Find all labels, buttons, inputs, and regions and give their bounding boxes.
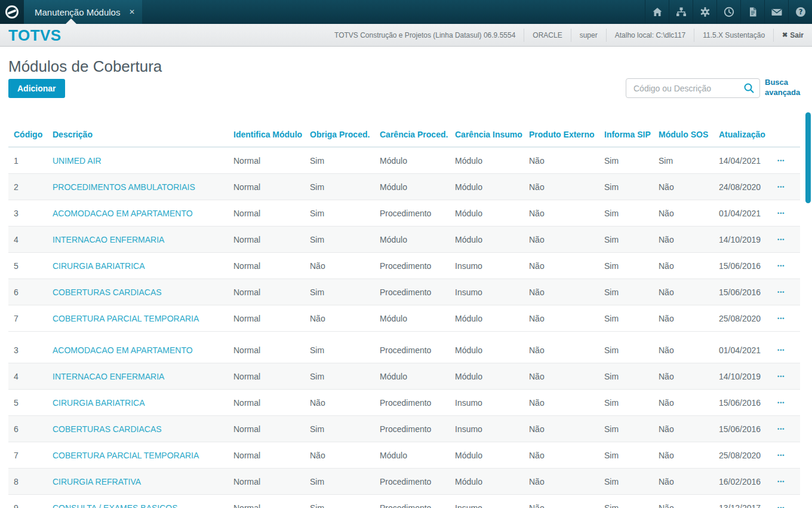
table-row: 6COBERTURAS CARDIACASNormalSimProcedimen… — [8, 279, 800, 305]
tab-manutencao-modulos[interactable]: Manutenção Módulos ✕ — [24, 0, 142, 24]
close-icon[interactable]: ✕ — [129, 8, 135, 16]
row-description-link[interactable]: CONSULTA / EXAMES BASICOS — [47, 503, 228, 508]
row-menu-button[interactable]: ••• — [775, 210, 800, 216]
column-header[interactable]: Código — [8, 130, 47, 139]
row-menu-button[interactable]: ••• — [775, 158, 800, 164]
row-menu-button[interactable]: ••• — [775, 347, 800, 353]
row-cell: 14/10/2019 — [713, 372, 775, 381]
row-cell: Sim — [304, 345, 374, 355]
row-menu-button[interactable]: ••• — [775, 505, 800, 508]
row-menu-button[interactable]: ••• — [775, 374, 800, 380]
active-tab-pointer — [66, 19, 76, 24]
row-cell: Normal — [228, 314, 304, 323]
row-menu-button[interactable]: ••• — [775, 184, 800, 190]
row-cell: Não — [653, 287, 713, 297]
help-icon[interactable]: ? — [788, 0, 812, 24]
row-cell: Procedimento — [374, 477, 450, 486]
top-bar: Manutenção Módulos ✕ ? — [0, 0, 812, 24]
row-cell: Não — [653, 314, 713, 323]
row-description-link[interactable]: UNIMED AIR — [47, 156, 228, 166]
row-cell: Normal — [228, 451, 304, 460]
row-cell: Sim — [304, 182, 374, 192]
row-cell: Sim — [304, 235, 374, 244]
column-header[interactable]: Obriga Proced. — [304, 130, 374, 139]
row-cell: Sim — [599, 287, 653, 297]
sitemap-icon[interactable] — [669, 0, 693, 24]
column-header[interactable]: Descrição — [47, 130, 228, 139]
row-cell: Módulo — [450, 477, 524, 486]
sair-button[interactable]: ✖Sair — [773, 29, 812, 42]
row-cell: 13/12/2017 — [713, 503, 775, 508]
table-row: 1UNIMED AIRNormalSimMóduloMóduloNãoSimSi… — [8, 148, 800, 174]
column-header[interactable]: Módulo SOS — [653, 130, 713, 139]
column-header[interactable]: Atualização — [713, 130, 775, 139]
row-description-link[interactable]: CIRURGIA REFRATIVA — [47, 477, 228, 486]
totvs-logo[interactable] — [0, 0, 24, 24]
row-cell: Não — [524, 372, 599, 381]
row-menu-button[interactable]: ••• — [775, 400, 800, 406]
row-menu-button[interactable]: ••• — [775, 237, 800, 243]
row-cell: Sim — [599, 424, 653, 434]
row-menu-button[interactable]: ••• — [775, 426, 800, 432]
env-info-item: Atalho local: C:\dlc117 — [606, 29, 694, 42]
row-description-link[interactable]: COBERTURAS CARDIACAS — [47, 424, 228, 434]
row-menu-button[interactable]: ••• — [775, 263, 800, 269]
document-icon[interactable] — [740, 0, 764, 24]
advanced-search-link[interactable]: Busca avançada — [765, 78, 807, 98]
row-cell: 4 — [8, 372, 47, 381]
mail-icon[interactable] — [764, 0, 788, 24]
row-cell: Normal — [228, 209, 304, 218]
row-description-link[interactable]: ACOMODACAO EM APARTAMENTO — [47, 345, 228, 355]
row-menu-button[interactable]: ••• — [775, 452, 800, 458]
table-row: 5CIRURGIA BARIATRICANormalNãoProcediment… — [8, 390, 800, 416]
row-cell: Insumo — [450, 503, 524, 508]
row-description-link[interactable]: CIRURGIA BARIATRICA — [47, 261, 228, 271]
row-description-link[interactable]: COBERTURAS CARDIACAS — [47, 287, 228, 297]
column-header[interactable]: Informa SIP — [599, 130, 653, 139]
vertical-scrollbar-thumb[interactable] — [805, 112, 811, 203]
row-description-link[interactable]: CIRURGIA BARIATRICA — [47, 398, 228, 408]
add-button[interactable]: Adicionar — [8, 79, 65, 98]
row-menu-button[interactable]: ••• — [775, 316, 800, 322]
row-description-link[interactable]: COBERTURA PARCIAL TEMPORARIA — [47, 451, 228, 460]
row-cell: Não — [524, 398, 599, 408]
column-header[interactable]: Produto Externo — [524, 130, 599, 139]
row-description-link[interactable]: PROCEDIMENTOS AMBULATORIAIS — [47, 182, 228, 192]
row-description-link[interactable]: COBERTURA PARCIAL TEMPORARIA — [47, 314, 228, 323]
gear-icon[interactable] — [693, 0, 716, 24]
row-description-link[interactable]: ACOMODACAO EM APARTAMENTO — [47, 209, 228, 218]
home-icon[interactable] — [645, 0, 669, 24]
column-header[interactable]: Carência Proced. — [374, 130, 450, 139]
exit-x-icon: ✖ — [782, 31, 788, 39]
row-cell: Não — [653, 235, 713, 244]
table-row: 7COBERTURA PARCIAL TEMPORARIANormalNãoMó… — [8, 442, 800, 469]
row-cell: 5 — [8, 261, 47, 271]
row-cell: Sim — [304, 372, 374, 381]
row-description-link[interactable]: INTERNACAO ENFERMARIA — [47, 372, 228, 381]
row-description-link[interactable]: INTERNACAO ENFERMARIA — [47, 235, 228, 244]
row-cell: Sim — [599, 261, 653, 271]
row-menu-button[interactable]: ••• — [775, 289, 800, 295]
row-cell: 15/06/2016 — [713, 398, 775, 408]
row-cell: Não — [304, 314, 374, 323]
row-cell: Não — [653, 477, 713, 486]
row-cell: Módulo — [374, 451, 450, 460]
search-input[interactable] — [626, 78, 760, 98]
env-info-item: super — [571, 29, 606, 42]
row-menu-button[interactable]: ••• — [775, 479, 800, 485]
row-cell: Sim — [599, 235, 653, 244]
tab-title: Manutenção Módulos — [35, 7, 124, 17]
row-cell: Módulo — [374, 372, 450, 381]
env-info-item: ORACLE — [524, 29, 570, 42]
search-icon[interactable] — [743, 82, 755, 96]
row-cell: 5 — [8, 398, 47, 408]
row-cell: Módulo — [450, 235, 524, 244]
table-row: 5CIRURGIA BARIATRICANormalNãoProcediment… — [8, 253, 800, 279]
row-cell: Sim — [599, 398, 653, 408]
row-cell: Não — [653, 345, 713, 355]
column-header[interactable]: Identifica Módulo — [228, 130, 304, 139]
column-header[interactable]: Carência Insumo — [450, 130, 524, 139]
table-row: 8CIRURGIA REFRATIVANormalSimProcedimento… — [8, 469, 800, 495]
row-cell: Sim — [599, 182, 653, 192]
clock-icon[interactable] — [716, 0, 740, 24]
